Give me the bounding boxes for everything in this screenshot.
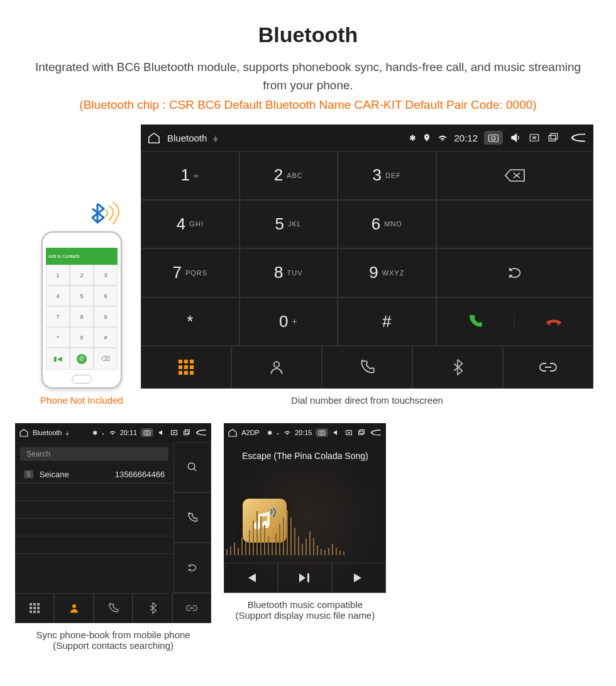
search-button[interactable] [173, 442, 211, 492]
close-app-icon[interactable] [344, 429, 353, 436]
wifi-icon [109, 429, 116, 436]
phone-key: 3 [94, 265, 118, 285]
clock: 20:11 [120, 429, 138, 436]
app-title: A2DP [241, 429, 260, 436]
key-star[interactable]: * [141, 297, 239, 346]
contacts-icon [69, 602, 80, 614]
volume-icon[interactable] [509, 132, 522, 143]
back-icon[interactable] [370, 428, 382, 437]
volume-icon[interactable] [332, 429, 341, 436]
screenshot-icon[interactable] [484, 131, 503, 145]
bluetooth-icon [148, 602, 157, 614]
key-2[interactable]: 2ABC [239, 151, 338, 200]
recents-icon[interactable] [357, 429, 366, 436]
backspace-button[interactable] [436, 151, 593, 200]
phone-key: 8 [70, 306, 94, 327]
tab-calllog[interactable] [94, 593, 133, 623]
home-icon[interactable] [147, 131, 161, 145]
tab-link[interactable] [172, 593, 211, 623]
phone-icon [107, 602, 119, 614]
phone-illustration: Add to Contacts 1 2 3 4 5 6 7 8 9 * 0 # [41, 231, 122, 389]
bluetooth-status-icon: ✱ [267, 429, 272, 436]
phone-key: 4 [46, 285, 70, 306]
key-1[interactable]: 1∞ [141, 151, 239, 200]
tab-bluetooth[interactable] [412, 346, 503, 389]
svg-rect-4 [551, 133, 558, 139]
screenshot-icon[interactable] [316, 428, 328, 437]
dialer-panel: Bluetooth ⏚ ✱ 20:12 1∞ 2ABC 3DEF 4GHI 5 [141, 124, 593, 389]
next-button[interactable] [332, 563, 386, 593]
status-bar: Bluetooth ⏚ ✱ ⬩ 20:11 [15, 423, 211, 442]
search-input[interactable]: Search [20, 447, 168, 461]
recents-icon[interactable] [182, 429, 191, 436]
refresh-icon [186, 563, 199, 573]
prev-button[interactable] [224, 563, 278, 593]
volume-icon[interactable] [157, 429, 166, 436]
key-7[interactable]: 7PQRS [141, 248, 239, 297]
hangup-button[interactable] [515, 315, 593, 328]
keypad-icon [179, 360, 194, 375]
gps-icon [422, 133, 431, 142]
tab-keypad[interactable] [141, 346, 231, 389]
tab-keypad[interactable] [15, 593, 54, 623]
recents-icon[interactable] [547, 132, 559, 143]
search-icon [187, 462, 198, 473]
key-5[interactable]: 5JKL [239, 200, 338, 249]
phone-banner: Add to Contacts [46, 248, 118, 265]
dialer-caption: Dial number direct from touchscreen [141, 395, 593, 406]
phonebook-caption-1: Sync phone-book from mobile phone [15, 629, 211, 640]
next-icon [353, 572, 365, 584]
tab-contacts[interactable] [54, 593, 93, 623]
contact-row-empty [15, 536, 173, 554]
redial-button[interactable] [436, 248, 593, 297]
contact-number: 13566664466 [115, 470, 165, 479]
tab-contacts[interactable] [231, 346, 322, 389]
back-icon[interactable] [569, 131, 587, 144]
wifi-icon [283, 429, 291, 436]
contacts-icon [268, 359, 285, 375]
phone-key: 1 [46, 265, 70, 285]
phonebook-panel: Bluetooth ⏚ ✱ ⬩ 20:11 Search S [15, 423, 211, 623]
tab-bluetooth[interactable] [133, 593, 172, 623]
status-bar: Bluetooth ⏚ ✱ 20:12 [141, 124, 593, 151]
tab-calllog[interactable] [322, 346, 412, 389]
key-6[interactable]: 6MNO [338, 200, 436, 249]
tab-link[interactable] [503, 346, 593, 389]
keypad-icon [30, 603, 40, 613]
contact-initial-badge: S [24, 470, 33, 479]
back-icon[interactable] [195, 428, 207, 437]
svg-rect-3 [549, 135, 556, 141]
phone-key: 9 [94, 306, 118, 327]
contact-row[interactable]: S Seicane 13566664466 [15, 466, 173, 484]
key-4[interactable]: 4GHI [141, 200, 239, 249]
bluetooth-status-icon: ✱ [92, 429, 97, 436]
music-caption-1: Bluetooth music compatible [224, 599, 386, 610]
screenshot-icon[interactable] [141, 428, 153, 437]
close-app-icon[interactable] [528, 132, 541, 143]
key-9[interactable]: 9WXYZ [338, 248, 436, 297]
close-app-icon[interactable] [170, 429, 179, 436]
contact-name: Seicane [40, 470, 115, 479]
svg-rect-17 [360, 430, 365, 434]
play-pause-icon [298, 572, 312, 584]
svg-rect-9 [184, 431, 189, 435]
phone-key: 5 [70, 285, 94, 306]
phone-key: * [46, 327, 70, 348]
usb-icon: ⏚ [213, 133, 218, 143]
clock: 20:15 [295, 429, 312, 436]
svg-point-5 [274, 362, 280, 367]
page-title: Bluetooth [0, 23, 616, 47]
key-hash[interactable]: # [338, 297, 436, 346]
clock: 20:12 [454, 133, 478, 143]
home-icon[interactable] [228, 428, 238, 438]
call-button[interactable] [437, 313, 515, 329]
key-3[interactable]: 3DEF [338, 151, 436, 200]
bluetooth-waves-icon [82, 197, 126, 229]
play-pause-button[interactable] [278, 563, 332, 593]
music-panel: A2DP ✱ ⬩ 20:15 Escape (The Pina Colada S… [224, 423, 386, 593]
key-0[interactable]: 0+ [239, 297, 338, 346]
home-icon[interactable] [19, 428, 29, 438]
key-8[interactable]: 8TUV [239, 248, 338, 297]
svg-rect-16 [359, 431, 363, 435]
svg-rect-0 [489, 135, 498, 142]
